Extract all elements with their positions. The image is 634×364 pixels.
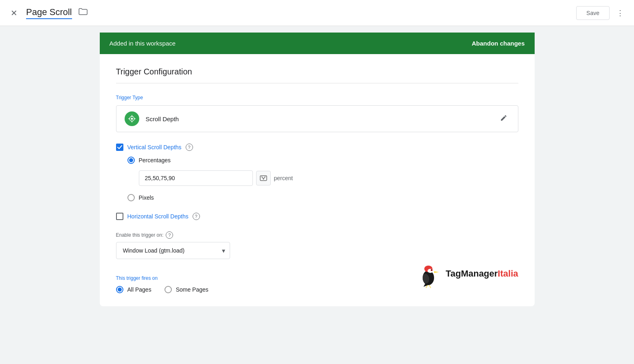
percentages-label: Percentages <box>139 157 171 163</box>
pixels-radio[interactable] <box>127 194 135 201</box>
woodpecker-icon <box>413 257 445 290</box>
workspace-banner: Added in this workspace Abandon changes <box>100 33 535 54</box>
scroll-depth-icon <box>125 111 139 126</box>
tagmanageritalia-logo: TagManager Italia <box>413 257 518 290</box>
svg-marker-8 <box>434 271 439 273</box>
top-bar-right: Save ⋮ <box>576 6 627 20</box>
scrollbar-track <box>631 0 634 364</box>
trigger-type-box: Scroll Depth <box>116 105 518 132</box>
horizontal-scroll-checkbox-row: Horizontal Scroll Depths ? <box>116 213 518 220</box>
config-title: Trigger Configuration <box>116 67 518 83</box>
pixels-label: Pixels <box>139 194 154 201</box>
all-pages-radio[interactable] <box>116 286 123 293</box>
svg-point-0 <box>131 118 133 120</box>
enable-trigger-help-icon[interactable]: ? <box>166 231 173 239</box>
horizontal-scroll-checkbox[interactable] <box>116 213 123 220</box>
percent-input-row: percent <box>139 170 518 186</box>
svg-point-7 <box>431 270 432 270</box>
some-pages-label: Some Pages <box>176 286 208 293</box>
some-pages-radio-row: Some Pages <box>165 286 208 293</box>
folder-icon <box>79 8 88 17</box>
config-card: Trigger Configuration Trigger Type Scrol… <box>100 54 535 306</box>
all-pages-radio-row: All Pages <box>116 286 151 293</box>
horizontal-scroll-help-icon[interactable]: ? <box>193 213 200 220</box>
abandon-changes-link[interactable]: Abandon changes <box>472 40 524 47</box>
close-button[interactable]: ✕ <box>7 6 21 20</box>
top-spacer <box>0 26 634 33</box>
all-pages-label: All Pages <box>127 286 151 293</box>
top-bar: ✕ Page Scroll Save ⋮ <box>0 0 634 26</box>
save-button[interactable]: Save <box>576 6 610 20</box>
main-content: Added in this workspace Abandon changes … <box>0 26 634 364</box>
percentages-radio-row: Percentages <box>127 157 518 164</box>
horizontal-scroll-label: Horizontal Scroll Depths <box>127 213 189 220</box>
some-pages-radio[interactable] <box>165 286 172 293</box>
svg-rect-2 <box>260 176 267 181</box>
top-bar-left: ✕ Page Scroll <box>7 6 576 20</box>
dropdown-wrapper: Window Load (gtm.load) ▾ <box>116 242 230 259</box>
radio-sub-section: Percentages percent <box>127 157 518 201</box>
percent-input[interactable] <box>139 170 253 186</box>
vertical-scroll-help-icon[interactable]: ? <box>186 144 193 151</box>
trigger-type-left: Scroll Depth <box>125 111 179 126</box>
more-options-button[interactable]: ⋮ <box>613 6 627 20</box>
close-icon: ✕ <box>11 8 18 18</box>
variable-picker-button[interactable] <box>256 171 271 185</box>
enable-trigger-label: Enable this trigger on: ? <box>116 231 518 239</box>
percentages-radio[interactable] <box>127 157 135 164</box>
enable-section: Enable this trigger on: ? Window Load (g… <box>116 231 518 259</box>
vertical-scroll-checkbox-row: Vertical Scroll Depths ? <box>116 144 518 151</box>
page-title: Page Scroll <box>26 7 72 19</box>
pixels-radio-row: Pixels <box>127 194 518 201</box>
svg-line-12 <box>429 285 431 288</box>
more-icon: ⋮ <box>616 9 624 17</box>
enable-trigger-select[interactable]: Window Load (gtm.load) <box>116 242 230 259</box>
trigger-type-label: Trigger Type <box>116 95 518 100</box>
workspace-banner-text: Added in this workspace <box>110 40 176 47</box>
edit-trigger-type-button[interactable] <box>498 112 510 126</box>
percent-suffix: percent <box>274 175 293 181</box>
vertical-scroll-label: Vertical Scroll Depths <box>127 144 182 150</box>
vertical-scroll-row: Vertical Scroll Depths ? Percentages <box>116 144 518 201</box>
trigger-type-name: Scroll Depth <box>146 116 179 122</box>
brand-name-italia: Italia <box>498 268 518 279</box>
brand-name-tag: TagManager <box>445 268 498 279</box>
vertical-scroll-checkbox[interactable] <box>116 144 123 151</box>
brand-name-container: TagManager Italia <box>445 268 518 279</box>
